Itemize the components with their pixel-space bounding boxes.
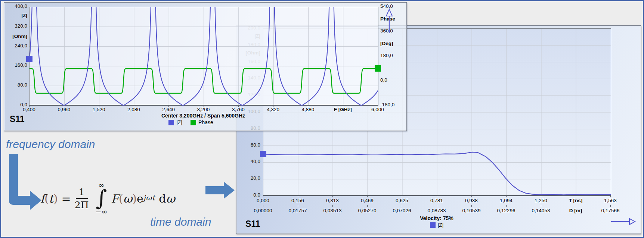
freq-chart-window[interactable]: 400,0320,0240,0160,080,00,0|Z|[Ohm]540,0… — [4, 2, 407, 131]
pan-right-arrow-icon[interactable] — [610, 217, 637, 226]
time-domain-label: time domain — [150, 216, 211, 228]
y-left-tick-label: 80,0 — [5, 82, 27, 88]
distance-tick-label: 0,12296 — [490, 208, 522, 214]
y-left-axis-unit: [Ohm] — [5, 34, 27, 40]
time-tick-mark — [298, 196, 298, 197]
distance-tick-mark — [610, 205, 611, 207]
time-tick-label: 0,938 — [456, 198, 487, 204]
distance-tick-mark — [541, 205, 541, 207]
legend-label: |Z| — [438, 222, 444, 228]
y-tick-label: 60,0 — [238, 143, 260, 148]
distance-tick-label: 0,07026 — [386, 208, 418, 214]
distance-tick-label: 0,08783 — [421, 208, 452, 214]
block-right-arrow-icon — [205, 182, 235, 199]
time-tick-mark — [541, 196, 541, 197]
trace-marker[interactable] — [26, 56, 32, 62]
legend-label: Phase — [198, 119, 213, 125]
legend-swatch — [191, 120, 196, 125]
center-span-caption: Center 3,200GHz / Span 5,600GHz — [91, 113, 315, 119]
elbow-arrow-icon — [7, 154, 44, 213]
x-tick-label: 1,520 — [83, 107, 115, 113]
x-tick-mark — [99, 106, 99, 107]
y-left-axis-name: |Z| — [5, 13, 27, 19]
x-axis-unit: F [GHz] — [327, 107, 359, 113]
x-tick-mark — [168, 106, 169, 107]
y-right-axis-unit: [Deg] — [380, 41, 407, 47]
distance-tick-mark — [437, 205, 437, 207]
distance-tick-mark — [298, 205, 298, 207]
channel-label-s11-freq: S11 — [10, 114, 25, 124]
distance-axis-unit: D [m] — [560, 208, 591, 214]
time-tick-label: 1,094 — [490, 198, 522, 204]
x-tick-label: 2,640 — [153, 107, 184, 113]
distance-tick-mark — [506, 205, 507, 207]
time-tick-label: 0,313 — [317, 198, 348, 204]
formula-lhs: f(t)= — [40, 192, 75, 205]
y-right-tick-label: 180,0 — [380, 53, 407, 59]
time-tick-label: 0,625 — [386, 198, 418, 204]
x-tick-mark — [64, 106, 64, 107]
legend-label: |Z| — [176, 119, 182, 125]
y-right-tick-label: 0,0 — [380, 78, 407, 83]
x-tick-label: 0,960 — [48, 107, 80, 113]
time-tick-mark — [332, 196, 333, 197]
y-tick-label: 20,0 — [238, 176, 260, 181]
x-tick-label: 3,200 — [188, 107, 219, 113]
time-tick-mark — [471, 196, 472, 197]
legend-item: |Z| — [430, 222, 444, 228]
distance-tick-label: 0,14053 — [525, 208, 557, 214]
x-tick-mark — [273, 106, 273, 107]
x-tick-label: 6,000 — [362, 107, 393, 113]
formula-fraction: 1 2Π — [75, 187, 89, 210]
trace-marker[interactable] — [260, 151, 266, 157]
time-tick-label: 0,469 — [352, 198, 383, 204]
distance-tick-mark — [402, 205, 402, 207]
time-tick-label: 0,781 — [421, 198, 452, 204]
time-tick-mark — [263, 196, 263, 197]
x-tick-mark — [204, 106, 204, 107]
time-tick-label: 1,250 — [525, 198, 557, 204]
pan-up-arrow-icon[interactable] — [384, 7, 394, 35]
distance-tick-mark — [471, 205, 472, 207]
freq-chart-canvas — [30, 7, 378, 106]
time-chart-legend: |Z| — [263, 222, 610, 228]
x-tick-mark — [378, 106, 378, 107]
slide-canvas: 200,0180,0160,0140,0120,0100,080,060,040… — [0, 0, 644, 238]
legend-swatch — [430, 222, 436, 228]
y-left-tick-label: 160,0 — [5, 63, 27, 68]
channel-label-s11-time: S11 — [245, 219, 260, 229]
distance-tick-label: 0,10539 — [456, 208, 487, 214]
y-tick-label: 40,0 — [238, 159, 260, 165]
freq-chart-plot[interactable] — [29, 7, 378, 106]
formula-integral: ∞ ∫ −∞ — [95, 181, 107, 216]
time-tick-mark — [506, 196, 507, 197]
trace-marker[interactable] — [375, 65, 381, 72]
legend-item: |Z| — [168, 119, 182, 125]
x-tick-label: 0,400 — [13, 107, 45, 113]
y-left-tick-label: 400,0 — [5, 4, 27, 9]
distance-tick-label: 0,00000 — [247, 208, 279, 214]
x-tick-label: 3,760 — [223, 107, 254, 113]
velocity-label: Velocity: 75% — [263, 216, 610, 221]
distance-tick-mark — [263, 205, 263, 207]
x-tick-mark — [308, 106, 308, 107]
legend-item: Phase — [191, 119, 213, 125]
x-tick-mark — [238, 106, 239, 107]
legend-swatch — [168, 120, 174, 125]
distance-tick-label: 0,01757 — [282, 208, 313, 214]
distance-tick-mark — [367, 205, 368, 207]
distance-tick-label: 0,17566 — [595, 208, 626, 214]
distance-tick-mark — [332, 205, 333, 207]
time-tick-label: 0,000 — [247, 198, 279, 204]
x-tick-label: 4,320 — [257, 107, 289, 113]
x-tick-label: 2,080 — [118, 107, 149, 113]
frequency-domain-label: frequency domain — [6, 138, 95, 151]
x-tick-mark — [343, 106, 343, 107]
y-left-tick-label: 240,0 — [5, 43, 27, 49]
time-axis-unit: T [ns] — [560, 198, 591, 204]
time-tick-label: 1,563 — [595, 198, 626, 204]
distance-tick-label: 0,05270 — [352, 208, 383, 214]
time-tick-label: 0,156 — [282, 198, 313, 204]
x-tick-label: 4,880 — [292, 107, 323, 113]
formula-integrand: F(ω)ejωt dω — [111, 192, 175, 205]
